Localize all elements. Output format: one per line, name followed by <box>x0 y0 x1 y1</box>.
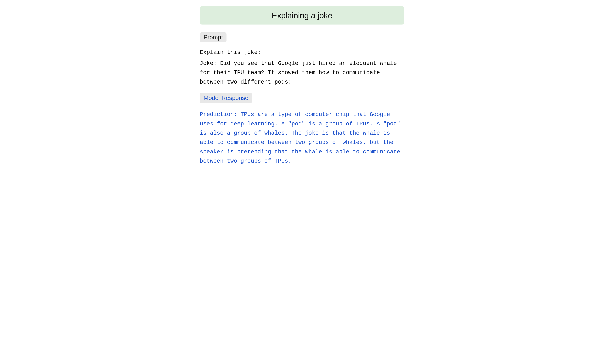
model-badge: Model Response <box>200 93 252 103</box>
prompt-badge: Prompt <box>200 32 226 42</box>
prompt-section: Prompt Explain this joke: Joke: Did you … <box>200 32 404 87</box>
page-title: Explaining a joke <box>206 11 398 20</box>
prompt-joke-text: Joke: Did you see that Google just hired… <box>200 59 404 87</box>
model-badge-row: Model Response <box>200 93 404 107</box>
model-response-text: Prediction: TPUs are a type of computer … <box>200 110 404 166</box>
header-banner: Explaining a joke <box>200 6 404 24</box>
prompt-badge-row: Prompt <box>200 32 404 46</box>
model-section: Model Response Prediction: TPUs are a ty… <box>200 93 404 166</box>
prompt-intro: Explain this joke: <box>200 49 404 56</box>
